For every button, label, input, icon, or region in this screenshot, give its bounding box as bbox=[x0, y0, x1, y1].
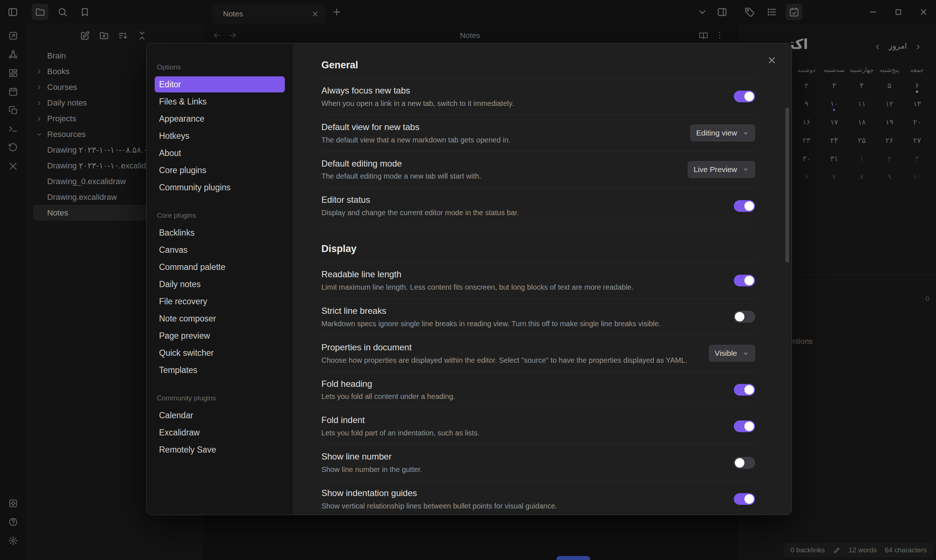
setting-row-show-line-number: Show line numberShow line number in the … bbox=[321, 445, 755, 481]
properties-in-document-dropdown[interactable]: Visible bbox=[709, 345, 755, 362]
setting-description: Lets you fold part of an indentation, su… bbox=[321, 429, 716, 437]
settings-nav-core-plugins[interactable]: Core plugins bbox=[155, 162, 285, 178]
settings-nav: OptionsEditorFiles & LinksAppearanceHotk… bbox=[146, 43, 293, 515]
settings-nav-section-label: Core plugins bbox=[157, 211, 293, 220]
settings-nav-section: Community pluginsCalendarExcalidrawRemot… bbox=[146, 394, 293, 458]
setting-row-show-indentation-guides: Show indentation guidesShow vertical rel… bbox=[321, 481, 755, 515]
setting-description: Markdown specs ignore single line breaks… bbox=[321, 319, 716, 328]
setting-info: Default view for new tabsThe default vie… bbox=[321, 122, 673, 144]
settings-nav-remotely-save[interactable]: Remotely Save bbox=[155, 442, 285, 458]
chevron-down-icon bbox=[742, 350, 749, 357]
fold-heading-toggle[interactable] bbox=[734, 384, 755, 395]
scrollbar-thumb[interactable] bbox=[785, 108, 789, 263]
readable-line-length-toggle[interactable] bbox=[734, 275, 755, 286]
setting-info: Show indentation guidesShow vertical rel… bbox=[321, 488, 716, 510]
settings-nav-editor[interactable]: Editor bbox=[155, 76, 285, 92]
setting-control bbox=[734, 493, 755, 505]
setting-description: The default editing mode a new tab will … bbox=[321, 172, 670, 180]
settings-nav-excalidraw[interactable]: Excalidraw bbox=[155, 425, 285, 440]
setting-info: Readable line lengthLimit maximum line l… bbox=[321, 269, 716, 291]
settings-nav-page-preview[interactable]: Page preview bbox=[155, 328, 285, 344]
settings-nav-section: Core pluginsBacklinksCanvasCommand palet… bbox=[146, 211, 293, 378]
setting-description: Lets you fold all content under a headin… bbox=[321, 392, 716, 401]
settings-nav-community-plugins[interactable]: Community plugins bbox=[155, 179, 285, 195]
setting-description: Show vertical relationship lines between… bbox=[321, 502, 716, 510]
settings-nav-daily-notes[interactable]: Daily notes bbox=[155, 276, 285, 292]
settings-nav-command-palette[interactable]: Command palette bbox=[155, 259, 285, 275]
setting-info: Fold indentLets you fold part of an inde… bbox=[321, 415, 716, 437]
toggle-knob bbox=[745, 276, 754, 285]
setting-description: Choose how properties are displayed with… bbox=[321, 356, 691, 365]
toggle-knob bbox=[735, 458, 745, 468]
setting-row-default-view-for-new-tabs: Default view for new tabsThe default vie… bbox=[321, 115, 755, 152]
toggle-knob bbox=[745, 494, 754, 504]
settings-nav-section-label: Options bbox=[157, 63, 293, 71]
setting-row-always-focus-new-tabs: Always focus new tabsWhen you open a lin… bbox=[321, 78, 755, 115]
setting-info: Show line numberShow line number in the … bbox=[321, 451, 716, 474]
settings-nav-hotkeys[interactable]: Hotkeys bbox=[155, 128, 285, 144]
setting-info: Fold headingLets you fold all content un… bbox=[321, 379, 716, 401]
setting-description: Display and change the current editor mo… bbox=[321, 208, 716, 217]
settings-nav-appearance[interactable]: Appearance bbox=[155, 111, 285, 127]
settings-section-heading: General bbox=[321, 43, 755, 78]
setting-control: Live Preview bbox=[688, 161, 755, 178]
show-line-number-toggle[interactable] bbox=[734, 457, 755, 469]
toggle-knob bbox=[745, 422, 754, 431]
settings-nav-files-links[interactable]: Files & Links bbox=[155, 94, 285, 109]
setting-info: Strict line breaksMarkdown specs ignore … bbox=[321, 306, 716, 328]
setting-control: Visible bbox=[709, 345, 755, 362]
setting-row-editor-status: Editor statusDisplay and change the curr… bbox=[321, 188, 755, 224]
settings-nav-templates[interactable]: Templates bbox=[155, 362, 285, 378]
setting-info: Always focus new tabsWhen you open a lin… bbox=[321, 86, 716, 108]
setting-row-properties-in-document: Properties in documentChoose how propert… bbox=[321, 335, 755, 372]
setting-control bbox=[734, 384, 755, 395]
default-editing-mode-dropdown[interactable]: Live Preview bbox=[688, 161, 755, 178]
setting-info: Properties in documentChoose how propert… bbox=[321, 342, 691, 365]
settings-nav-section-label: Community plugins bbox=[157, 394, 293, 402]
show-indentation-guides-toggle[interactable] bbox=[734, 493, 755, 505]
always-focus-new-tabs-toggle[interactable] bbox=[734, 91, 755, 102]
setting-name: Default editing mode bbox=[321, 158, 670, 169]
setting-name: Show indentation guides bbox=[321, 488, 716, 498]
chevron-down-icon bbox=[742, 130, 749, 137]
toggle-knob bbox=[745, 201, 754, 211]
editor-status-toggle[interactable] bbox=[734, 200, 755, 212]
fold-indent-toggle[interactable] bbox=[734, 420, 755, 432]
setting-name: Show line number bbox=[321, 451, 716, 462]
setting-row-readable-line-length: Readable line lengthLimit maximum line l… bbox=[321, 262, 755, 299]
setting-description: When you open a link in a new tab, switc… bbox=[321, 99, 716, 108]
setting-control: Editing view bbox=[690, 125, 755, 142]
strict-line-breaks-toggle[interactable] bbox=[734, 311, 755, 323]
setting-name: Default view for new tabs bbox=[321, 122, 673, 132]
settings-nav-calendar[interactable]: Calendar bbox=[155, 407, 285, 423]
settings-nav-canvas[interactable]: Canvas bbox=[155, 242, 285, 258]
setting-name: Fold heading bbox=[321, 379, 716, 389]
default-view-for-new-tabs-dropdown[interactable]: Editing view bbox=[690, 125, 755, 142]
setting-row-fold-indent: Fold indentLets you fold part of an inde… bbox=[321, 408, 755, 445]
settings-nav-quick-switcher[interactable]: Quick switcher bbox=[155, 345, 285, 361]
toggle-knob bbox=[735, 312, 745, 322]
setting-control bbox=[734, 420, 755, 432]
settings-close-button[interactable] bbox=[765, 53, 779, 68]
settings-nav-about[interactable]: About bbox=[155, 145, 285, 161]
settings-nav-backlinks[interactable]: Backlinks bbox=[155, 225, 285, 241]
toggle-knob bbox=[745, 385, 754, 394]
setting-description: Show line number in the gutter. bbox=[321, 465, 716, 474]
settings-nav-section: OptionsEditorFiles & LinksAppearanceHotk… bbox=[146, 63, 293, 195]
setting-control bbox=[734, 457, 755, 469]
chevron-down-icon bbox=[742, 166, 749, 173]
settings-nav-note-composer[interactable]: Note composer bbox=[155, 311, 285, 326]
setting-description: The default view that a new markdown tab… bbox=[321, 135, 673, 144]
dropdown-value: Live Preview bbox=[694, 165, 737, 174]
setting-row-strict-line-breaks: Strict line breaksMarkdown specs ignore … bbox=[321, 299, 755, 335]
close-icon bbox=[767, 55, 777, 65]
setting-description: Limit maximum line length. Less content … bbox=[321, 283, 716, 291]
settings-modal: OptionsEditorFiles & LinksAppearanceHotk… bbox=[146, 43, 792, 515]
settings-section-heading: Display bbox=[321, 224, 755, 262]
settings-nav-file-recovery[interactable]: File recovery bbox=[155, 293, 285, 309]
setting-control bbox=[734, 311, 755, 323]
dropdown-value: Visible bbox=[715, 349, 737, 358]
toggle-knob bbox=[745, 92, 754, 101]
setting-info: Editor statusDisplay and change the curr… bbox=[321, 195, 716, 217]
setting-name: Fold indent bbox=[321, 415, 716, 426]
